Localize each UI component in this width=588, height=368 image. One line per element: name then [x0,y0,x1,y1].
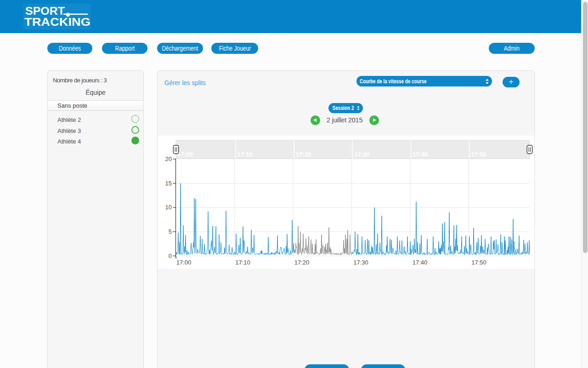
svg-text:17:00: 17:00 [176,259,192,266]
svg-text:17:50: 17:50 [471,259,486,266]
svg-text:TRACKING: TRACKING [24,16,90,28]
svg-text:5: 5 [169,228,172,235]
svg-text:15: 15 [165,180,172,187]
svg-text:17:30: 17:30 [353,259,368,266]
svg-text:0: 0 [169,253,172,259]
svg-text:20: 20 [165,155,172,162]
svg-text:17:40: 17:40 [413,259,428,266]
svg-text:17:10: 17:10 [237,151,253,158]
svg-text:17:30: 17:30 [354,151,369,158]
svg-text:17:10: 17:10 [235,259,250,266]
svg-text:SPORT: SPORT [25,5,65,17]
svg-text:17:40: 17:40 [413,151,428,158]
svg-text:17:00: 17:00 [178,151,193,158]
svg-text:17:20: 17:20 [294,259,310,266]
svg-text:17:20: 17:20 [296,151,311,158]
svg-text:10: 10 [165,204,172,211]
svg-text:17:50: 17:50 [471,151,486,158]
